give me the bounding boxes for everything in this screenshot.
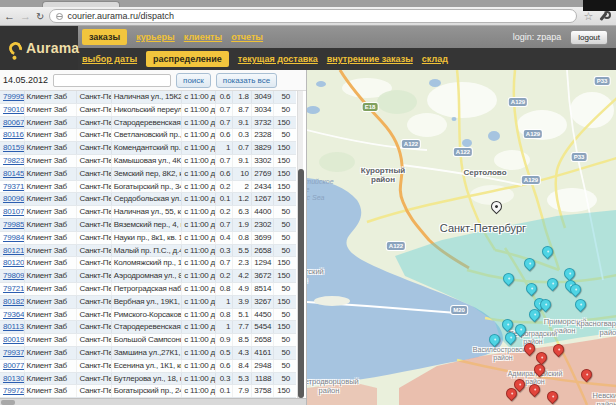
- table-row[interactable]: 80159Клиент ЗабСанкт-ПетКомендантский пр…: [0, 142, 296, 155]
- weight-cell: 0.2: [216, 206, 233, 218]
- order-id-link[interactable]: 80145: [0, 168, 25, 180]
- reload-button[interactable]: ↻: [36, 11, 44, 22]
- road-shield-p33: P33: [595, 77, 610, 85]
- order-id-link[interactable]: 79823: [0, 155, 25, 167]
- map-label-baltic-sea: Балтийское море Baltic Sea: [306, 178, 334, 202]
- order-id-link[interactable]: 80182: [0, 296, 25, 308]
- back-button[interactable]: ←: [4, 10, 15, 22]
- distance-cell: 2.3: [233, 257, 252, 269]
- weight-cell: 0.6: [216, 129, 233, 141]
- order-id-link[interactable]: 79984: [0, 232, 25, 244]
- order-id-link[interactable]: 80116: [0, 129, 25, 141]
- show-all-button[interactable]: показать все: [216, 73, 277, 88]
- table-row[interactable]: 79972Клиент ЗабСанкт-ПетБогатырский пр.,…: [0, 385, 296, 398]
- order-id-link[interactable]: 80077: [0, 360, 25, 372]
- table-row[interactable]: 80107Клиент ЗабСанкт-ПетНаличная ул., 55…: [0, 206, 296, 219]
- order-id-link[interactable]: 80019: [0, 334, 25, 346]
- forward-button[interactable]: →: [20, 10, 31, 22]
- order-id-link[interactable]: 80096: [0, 193, 25, 205]
- search-button[interactable]: поиск: [176, 73, 211, 88]
- distance-cell: 0.7: [233, 142, 252, 154]
- nav-clients[interactable]: клиенты: [184, 32, 222, 42]
- order-id-link[interactable]: 79721: [0, 283, 25, 295]
- time-window-cell: с 11:00 д: [182, 309, 216, 321]
- table-row[interactable]: 80116Клиент ЗабСанкт-ПетСветлановский пр…: [0, 129, 296, 142]
- order-sum-cell: 4400: [252, 206, 275, 218]
- table-row[interactable]: 80145Клиент ЗабСанкт-ПетЗемский пер, 8К2…: [0, 168, 296, 181]
- order-id-link[interactable]: 80159: [0, 142, 25, 154]
- city-cell: Санкт-Пет: [77, 257, 111, 269]
- map-label-sertolovo: Сертолово: [463, 168, 506, 177]
- table-row[interactable]: 79010Клиент ЗабСанкт-ПетНикольский переу…: [0, 104, 296, 117]
- nav-current-delivery[interactable]: текущая доставка: [238, 54, 318, 64]
- address-cell: Наличная ул., 55, кв.65: [112, 206, 182, 218]
- table-row[interactable]: 79809Клиент ЗабСанкт-ПетАэродромная ул.,…: [0, 270, 296, 283]
- client-cell: Клиент Заб: [25, 321, 78, 333]
- aurama-logo[interactable]: Aurama™: [0, 26, 78, 70]
- order-id-link[interactable]: 80107: [0, 206, 25, 218]
- table-row[interactable]: 79985Клиент ЗабСанкт-ПетВяземский пер., …: [0, 219, 296, 232]
- weight-cell: 0.6: [216, 360, 233, 372]
- table-row[interactable]: 79823Клиент ЗабСанкт-ПетКамышовая ул., 4…: [0, 155, 296, 168]
- order-sum-cell: 2328: [252, 129, 275, 141]
- order-id-link[interactable]: 80067: [0, 117, 25, 129]
- delivery-fee-cell: 50: [274, 245, 296, 257]
- order-id-link[interactable]: 80130: [0, 373, 25, 385]
- table-row[interactable]: 79984Клиент ЗабСанкт-ПетНауки пр., 8к1, …: [0, 232, 296, 245]
- settings-wrench-icon[interactable]: [598, 11, 608, 21]
- table-horizontal-scrollbar[interactable]: [0, 398, 306, 405]
- search-input[interactable]: [53, 74, 171, 87]
- table-row[interactable]: 80130Клиент ЗабСанкт-ПетБутлерова ул., 1…: [0, 373, 296, 386]
- time-window-cell: с 11:00 д: [182, 347, 216, 359]
- content-area: 14.05.2012 поиск показать все 79995Клиен…: [0, 70, 616, 405]
- table-row[interactable]: 80113Клиент ЗабСанкт-ПетСтародеревенская…: [0, 321, 296, 334]
- order-id-link[interactable]: 79371: [0, 181, 25, 193]
- table-row[interactable]: 79721Клиент ЗабСанкт-ПетПетроградская на…: [0, 283, 296, 296]
- table-row[interactable]: 80182Клиент ЗабСанкт-ПетВербная ул., 19К…: [0, 296, 296, 309]
- nav-internal-orders[interactable]: внутренние заказы: [327, 54, 413, 64]
- order-id-link[interactable]: 79937: [0, 347, 25, 359]
- nav-date-select[interactable]: выбор даты: [82, 54, 137, 64]
- address-bar[interactable]: courier.aurama.ru/dispatch: [49, 9, 577, 23]
- table-row[interactable]: 79371Клиент ЗабСанкт-ПетБогатырский пр.,…: [0, 181, 296, 194]
- table-row[interactable]: 79995Клиент ЗабСанкт-ПетНаличная ул., 15…: [0, 91, 296, 104]
- nav-dispatch[interactable]: распределение: [146, 51, 229, 67]
- order-sum-cell: 8514: [252, 283, 275, 295]
- order-id-link[interactable]: 79995: [0, 91, 25, 103]
- logout-button[interactable]: logout: [570, 30, 608, 45]
- scrollbar-thumb-horizontal[interactable]: [1, 400, 15, 405]
- bookmark-star-icon[interactable]: ☆: [583, 10, 593, 23]
- order-id-link[interactable]: 79010: [0, 104, 25, 116]
- order-id-link[interactable]: 79809: [0, 270, 25, 282]
- order-id-link[interactable]: 80121: [0, 245, 25, 257]
- order-sum-cell: 3267: [252, 296, 275, 308]
- table-row[interactable]: 80077Клиент ЗабСанкт-ПетЕсенина ул., 1К1…: [0, 360, 296, 373]
- order-id-link[interactable]: 80113: [0, 321, 25, 333]
- scrollbar-thumb[interactable]: [298, 169, 304, 398]
- table-row[interactable]: 80019Клиент ЗабСанкт-ПетБольшой Сампсони…: [0, 334, 296, 347]
- time-window-cell: с 11:00 д: [182, 296, 216, 308]
- nav-couriers[interactable]: курьеры: [136, 32, 175, 42]
- road-shield-a129: A129: [509, 98, 527, 106]
- order-id-link[interactable]: 79985: [0, 219, 25, 231]
- table-row[interactable]: 79364Клиент ЗабСанкт-ПетРимского-Корсако…: [0, 309, 296, 322]
- table-vertical-scrollbar[interactable]: [297, 91, 303, 398]
- city-cell: Санкт-Пет: [77, 321, 111, 333]
- delivery-fee-cell: 50: [274, 206, 296, 218]
- table-row[interactable]: 80067Клиент ЗабСанкт-ПетСтародеревенская…: [0, 117, 296, 130]
- nav-reports[interactable]: отчеты: [231, 32, 263, 42]
- table-row[interactable]: 80096Клиент ЗабСанкт-ПетСердобольская ул…: [0, 193, 296, 206]
- order-id-link[interactable]: 79364: [0, 309, 25, 321]
- map-canvas[interactable]: Курортный районСертоловоСанкт-ПетербургП…: [306, 70, 616, 405]
- delivery-fee-cell: 50: [274, 360, 296, 372]
- address-cell: Малый пр. П.С., д.4: [112, 245, 182, 257]
- nav-orders[interactable]: заказы: [82, 29, 127, 45]
- table-row[interactable]: 79937Клиент ЗабСанкт-ПетЗамшина ул.,27К1…: [0, 347, 296, 360]
- order-id-link[interactable]: 80120: [0, 257, 25, 269]
- table-row[interactable]: 80120Клиент ЗабСанкт-ПетКоломяжский пр.,…: [0, 257, 296, 270]
- order-sum-cell: 3672: [252, 270, 275, 282]
- nav-warehouse[interactable]: склад: [422, 54, 448, 64]
- table-row[interactable]: 80121Клиент ЗабСанкт-ПетМалый пр. П.С., …: [0, 245, 296, 258]
- order-id-link[interactable]: 79972: [0, 385, 25, 397]
- road-shield-a122: A122: [454, 148, 472, 156]
